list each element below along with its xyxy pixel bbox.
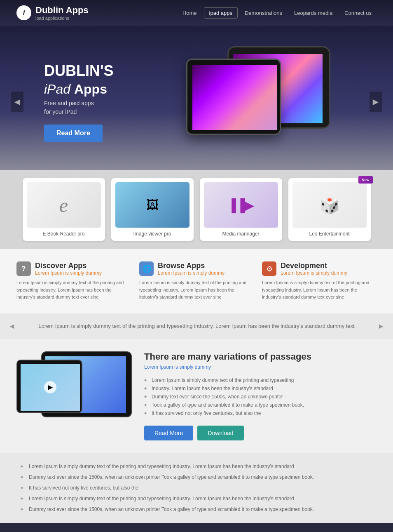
feature-development-title: Development bbox=[281, 261, 347, 270]
list-item: Took a galley of type and scrambled it t… bbox=[144, 401, 377, 409]
app-card-leo[interactable]: 🎲 New Leo Entertainment bbox=[288, 178, 371, 241]
hero-title-line2: iPad Apps bbox=[44, 82, 135, 97]
app-card-ebook-name: E Book Reader pro bbox=[27, 231, 101, 237]
header: i Dublin Apps ipad applications Home ipa… bbox=[0, 0, 393, 26]
apps-row: e E Book Reader pro 🖼 Image viewer pro ▐… bbox=[0, 170, 393, 249]
feature-discover-titles: Discover Apps Lorem Ipsum is simply dumm… bbox=[35, 261, 102, 276]
logo-icon: i bbox=[16, 5, 31, 20]
feature-discover-icon: ? bbox=[16, 261, 31, 276]
app-card-image-img: 🖼 bbox=[115, 182, 189, 228]
feature-browse-subtitle: Lorem Ipsum is simply dummy bbox=[158, 270, 225, 276]
app-card-leo-name: Leo Entertainment bbox=[292, 231, 367, 237]
hero-read-more-button[interactable]: Read More bbox=[44, 125, 103, 142]
content-section: ▶ There are many variations of passages … bbox=[0, 339, 393, 453]
feature-discover: ? Discover Apps Lorem Ipsum is simply du… bbox=[16, 261, 131, 301]
features-section: ? Discover Apps Lorem Ipsum is simply du… bbox=[0, 249, 393, 313]
app-card-media[interactable]: ▐▐▶ Media mannager bbox=[200, 178, 282, 241]
feature-discover-subtitle: Lorem Ipsum is simply dummy bbox=[35, 270, 102, 276]
nav-ipad-apps[interactable]: ipad apps bbox=[204, 7, 238, 19]
nav-home[interactable]: Home bbox=[178, 8, 202, 18]
content-read-more-button[interactable]: Read More bbox=[144, 426, 193, 440]
list-item: Lorem Ipsum is simply dummy text of the … bbox=[21, 461, 372, 472]
list-item: It has survived not only five centuries,… bbox=[21, 483, 372, 493]
content-download-button[interactable]: Download bbox=[197, 426, 243, 440]
nav-connect-us[interactable]: Connect us bbox=[339, 8, 377, 18]
content-devices: ▶ bbox=[16, 351, 132, 426]
content-title: There are many variations of passages bbox=[144, 351, 377, 362]
list-item: Lorem Ipsum is simply dummy text of the … bbox=[144, 376, 377, 384]
nav-leopards-media[interactable]: Leopards media bbox=[289, 8, 337, 18]
device-stack: ▶ bbox=[16, 351, 132, 426]
device-front-small: ▶ bbox=[16, 360, 82, 413]
content-text: There are many variations of passages Lo… bbox=[144, 351, 377, 440]
list-item: It has survived not only five centuries,… bbox=[144, 409, 377, 417]
feature-browse-titles: Browse Apps Lorem Ipsum is simply dummy bbox=[158, 261, 225, 276]
app-card-leo-img: 🎲 bbox=[292, 182, 367, 228]
navigation: Home ipad apps Demonstrations Leopards m… bbox=[178, 7, 377, 19]
feature-development-subtitle: Lorem Ipsum is simply dummy bbox=[281, 270, 347, 276]
device-front-small-screen: ▶ bbox=[21, 364, 80, 411]
hero-devices bbox=[135, 46, 382, 158]
bottom-list-section: Lorem Ipsum is simply dummy text of the … bbox=[0, 453, 393, 523]
hero-next-arrow[interactable]: ► bbox=[370, 92, 382, 112]
hero-prev-arrow[interactable]: ◄ bbox=[11, 92, 23, 112]
testimonial-prev-arrow[interactable]: ◄ bbox=[8, 322, 16, 330]
nav-demonstrations[interactable]: Demonstrations bbox=[240, 8, 287, 18]
feature-discover-header: ? Discover Apps Lorem Ipsum is simply du… bbox=[16, 261, 131, 276]
testimonial-text: Lorem Ipsum is simply dummy text of the … bbox=[25, 322, 368, 331]
tablet-front bbox=[186, 59, 281, 135]
hero-title-line1: DUBLIN'S bbox=[44, 62, 135, 80]
app-card-media-name: Media mannager bbox=[204, 231, 278, 237]
content-subtitle: Lorem Ipsum is simply dummy bbox=[144, 364, 377, 370]
list-item: Dummy text ever since the 1500s, when an… bbox=[144, 393, 377, 401]
feature-development-titles: Development Lorem Ipsum is simply dummy bbox=[281, 261, 347, 276]
app-card-ebook[interactable]: e E Book Reader pro bbox=[23, 178, 105, 241]
list-item: Industry. Lorem Ipsum has been the indus… bbox=[144, 384, 377, 393]
logo-title: Dublin Apps bbox=[35, 5, 89, 16]
feature-discover-title: Discover Apps bbox=[35, 261, 102, 270]
app-card-media-img: ▐▐▶ bbox=[204, 182, 278, 228]
feature-browse-title: Browse Apps bbox=[158, 261, 225, 270]
hero-section: ◄ DUBLIN'S iPad Apps Free and paid apps … bbox=[0, 26, 393, 170]
list-item: Dummy text ever since the 1500s, when an… bbox=[21, 472, 372, 483]
testimonial-next-arrow[interactable]: ► bbox=[377, 322, 385, 330]
feature-browse-text: Lorem Ipsum is simply dummy text of the … bbox=[139, 279, 254, 301]
feature-browse: 🌐 Browse Apps Lorem Ipsum is simply dumm… bbox=[139, 261, 254, 301]
footer: 🐦 Lorem Ipsum is simply dummy text of th… bbox=[0, 523, 393, 532]
logo-subtitle: ipad applications bbox=[35, 16, 89, 21]
app-card-ebook-img: e bbox=[27, 182, 101, 228]
content-list: Lorem Ipsum is simply dummy text of the … bbox=[144, 376, 377, 417]
feature-browse-header: 🌐 Browse Apps Lorem Ipsum is simply dumm… bbox=[139, 261, 254, 276]
hero-content: ◄ DUBLIN'S iPad Apps Free and paid apps … bbox=[11, 46, 382, 158]
play-button-icon[interactable]: ▶ bbox=[44, 381, 56, 393]
app-card-image-name: Image viewer pro bbox=[115, 231, 189, 237]
list-item: Lorem Ipsum is simply dummy text of the … bbox=[21, 493, 372, 504]
feature-development-header: ⚙ Development Lorem Ipsum is simply dumm… bbox=[262, 261, 377, 276]
feature-development: ⚙ Development Lorem Ipsum is simply dumm… bbox=[262, 261, 377, 301]
logo: i Dublin Apps ipad applications bbox=[16, 5, 89, 21]
logo-text: Dublin Apps ipad applications bbox=[35, 5, 89, 21]
device-display bbox=[186, 46, 330, 149]
feature-development-text: Lorem Ipsum is simply dummy text of the … bbox=[262, 279, 377, 301]
new-badge: New bbox=[358, 176, 373, 184]
tablet-front-screen bbox=[192, 65, 277, 130]
testimonial-section: ◄ Lorem Ipsum is simply dummy text of th… bbox=[0, 313, 393, 339]
feature-development-icon: ⚙ bbox=[262, 261, 276, 276]
feature-browse-icon: 🌐 bbox=[139, 261, 154, 276]
list-item: Dummy text ever since the 1500s, when an… bbox=[21, 504, 372, 515]
app-card-image[interactable]: 🖼 Image viewer pro bbox=[111, 178, 194, 241]
bottom-list: Lorem Ipsum is simply dummy text of the … bbox=[21, 461, 372, 515]
hero-description: Free and paid apps for your iPad bbox=[44, 99, 135, 116]
feature-discover-text: Lorem Ipsum is simply dummy text of the … bbox=[16, 279, 131, 301]
content-buttons: Read More Download bbox=[144, 426, 377, 440]
hero-text: DUBLIN'S iPad Apps Free and paid apps fo… bbox=[11, 62, 135, 142]
